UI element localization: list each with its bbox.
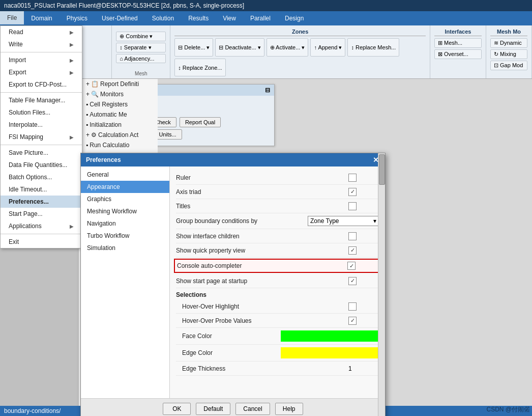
titles-row: Titles — [176, 199, 379, 213]
mesh-interface-btn[interactable]: ⊞ Mesh... — [434, 38, 482, 48]
menu-write[interactable]: Write ▶ — [1, 38, 82, 50]
menu-data-file[interactable]: Data File Quantities... — [1, 159, 82, 171]
mixing-btn[interactable]: ↻ Mixing — [490, 49, 527, 59]
delete-btn[interactable]: ⊟ Delete... ▾ — [174, 38, 213, 57]
hover-probe-checkbox[interactable] — [348, 317, 357, 325]
dialog-sidebar: General Appearance Graphics Meshing Work… — [81, 167, 170, 398]
menu-interpolate[interactable]: Interpolate... — [1, 119, 82, 131]
menu-preferences[interactable]: Preferences... — [1, 196, 82, 208]
pref-navigation[interactable]: Navigation — [81, 217, 169, 230]
menu-export[interactable]: Export ▶ — [1, 66, 82, 78]
gap-mod-btn[interactable]: ⊡ Gap Mod — [490, 61, 527, 70]
start-page-row: Show start page at startup — [176, 274, 379, 288]
hover-highlight-checkbox[interactable] — [348, 302, 357, 311]
face-color-swatch[interactable] — [281, 330, 382, 342]
dialog-footer: OK Default Cancel Help — [81, 398, 385, 416]
menu-domain[interactable]: Domain — [24, 11, 59, 25]
ruler-row: Ruler — [176, 171, 379, 185]
menu-fsi[interactable]: FSI Mapping ▶ — [1, 131, 82, 143]
group-bc-label: Group boundary conditions by — [176, 217, 308, 225]
quick-prop-row: Show quick property view — [176, 243, 379, 258]
menu-save-picture[interactable]: Save Picture... — [1, 147, 82, 159]
tree-cell-reg[interactable]: ▪ Cell Registers — [79, 99, 158, 109]
tree-run-calc[interactable]: ▪ Run Calculatio — [79, 140, 158, 150]
sep1 — [1, 52, 82, 52]
scrollbar-thumb[interactable] — [379, 167, 385, 185]
menu-start-page[interactable]: Start Page... — [1, 208, 82, 220]
tree-monitors[interactable]: + 🔍 Monitors — [79, 89, 158, 99]
titles-checkbox[interactable] — [348, 202, 357, 210]
menu-design[interactable]: Design — [278, 11, 311, 25]
menu-bar: File Domain Physics User-Defined Solutio… — [0, 11, 532, 25]
group-bc-value: Zone Type — [310, 217, 339, 225]
menu-batch[interactable]: Batch Options... — [1, 171, 82, 183]
ribbon-group-mesh2-label: Mesh — [116, 70, 166, 76]
show-interface-control — [348, 232, 379, 240]
cancel-btn[interactable]: Cancel — [235, 403, 270, 415]
group-bc-row: Group boundary conditions by Zone Type ▾ — [176, 213, 379, 229]
append-btn[interactable]: ↑ Append ▾ — [310, 38, 345, 57]
separate-btn[interactable]: ↕ Separate ▾ — [116, 43, 166, 52]
menu-user-defined[interactable]: User-Defined — [95, 11, 145, 25]
menu-applications[interactable]: Applications ▶ — [1, 220, 82, 232]
default-btn[interactable]: Default — [196, 403, 230, 415]
help-btn[interactable]: Help — [275, 403, 303, 415]
menu-read[interactable]: Read ▶ — [1, 26, 82, 38]
tree-init[interactable]: ▪ Initialization — [79, 120, 158, 130]
pref-turbo[interactable]: Turbo Workflow — [81, 230, 169, 242]
ruler-checkbox[interactable] — [348, 174, 357, 182]
pref-general[interactable]: General — [81, 169, 169, 181]
selections-header: Selections — [176, 288, 379, 299]
quick-prop-checkbox[interactable] — [348, 246, 357, 255]
menu-solution[interactable]: Solution — [145, 11, 181, 25]
edge-color-swatch[interactable] — [281, 347, 382, 358]
quick-prop-control — [348, 246, 379, 255]
group-bc-control: Zone Type ▾ — [308, 216, 379, 226]
import-arrow: ▶ — [70, 58, 74, 63]
pref-simulation[interactable]: Simulation — [81, 242, 169, 254]
menu-results[interactable]: Results — [181, 11, 216, 25]
menu-parallel[interactable]: Parallel — [243, 11, 278, 25]
console-auto-checkbox[interactable] — [347, 262, 356, 270]
overset-btn[interactable]: ⊠ Overset... — [434, 49, 482, 59]
dialog-body: General Appearance Graphics Meshing Work… — [81, 167, 385, 398]
menu-physics[interactable]: Physics — [60, 11, 95, 25]
tree-report-def[interactable]: + 📋 Report Definiti — [79, 79, 158, 89]
menu-export-cfd[interactable]: Export to CFD-Post... — [1, 78, 82, 91]
start-page-checkbox[interactable] — [348, 277, 357, 285]
menu-exit[interactable]: Exit — [1, 236, 82, 248]
pref-graphics[interactable]: Graphics — [81, 193, 169, 205]
show-interface-checkbox[interactable] — [348, 232, 357, 240]
face-color-control[interactable] — [281, 330, 379, 342]
tree-calc-act[interactable]: + ⚙ Calculation Act — [79, 130, 158, 140]
dialog-title-bar: Preferences ✕ — [81, 153, 385, 167]
edge-color-row: Edge Color — [176, 345, 379, 362]
report-quality-btn[interactable]: Report Qual — [180, 117, 221, 127]
dialog-scrollbar[interactable] — [378, 167, 385, 398]
deactivate-btn[interactable]: ⊟ Deactivate... ▾ — [215, 38, 264, 57]
ribbon-group-mesh2: ⊕ Combine ▾ ↕ Separate ▾ ⌂ Adjacency... … — [112, 25, 170, 78]
replace-mesh-btn[interactable]: ↕ Replace Mesh... — [347, 38, 399, 57]
dynamic-btn[interactable]: ≋ Dynamic — [490, 38, 527, 48]
group-bc-dropdown[interactable]: Zone Type ▾ — [308, 216, 379, 226]
ok-btn[interactable]: OK — [163, 403, 191, 415]
menu-table-file[interactable]: Table File Manager... — [1, 94, 82, 106]
menu-idle[interactable]: Idle Timeout... — [1, 183, 82, 196]
tree-auto-me[interactable]: ▪ Automatic Me — [79, 109, 158, 120]
menu-view[interactable]: View — [216, 11, 243, 25]
pref-meshing[interactable]: Meshing Workflow — [81, 205, 169, 217]
zones-header: Zones — [174, 27, 426, 36]
edge-color-control[interactable] — [281, 347, 379, 358]
adjacency-btn[interactable]: ⌂ Adjacency... — [116, 54, 166, 63]
pref-appearance[interactable]: Appearance — [81, 181, 169, 193]
dialog-main-content: Ruler Axis triad Titles — [170, 167, 385, 398]
menu-import[interactable]: Import ▶ — [1, 54, 82, 66]
menu-file[interactable]: File — [0, 11, 24, 25]
menu-solution-files[interactable]: Solution Files... — [1, 106, 82, 119]
axis-triad-checkbox[interactable] — [348, 188, 357, 196]
combine-btn[interactable]: ⊕ Combine ▾ — [116, 32, 166, 41]
replace-zone-btn[interactable]: ↕ Replace Zone... — [174, 59, 225, 76]
meshmo-header: Mesh Mo — [490, 27, 527, 36]
activate-btn[interactable]: ⊕ Activate... ▾ — [267, 38, 309, 57]
tree-monitors-icon2: 🔍 — [91, 91, 99, 98]
